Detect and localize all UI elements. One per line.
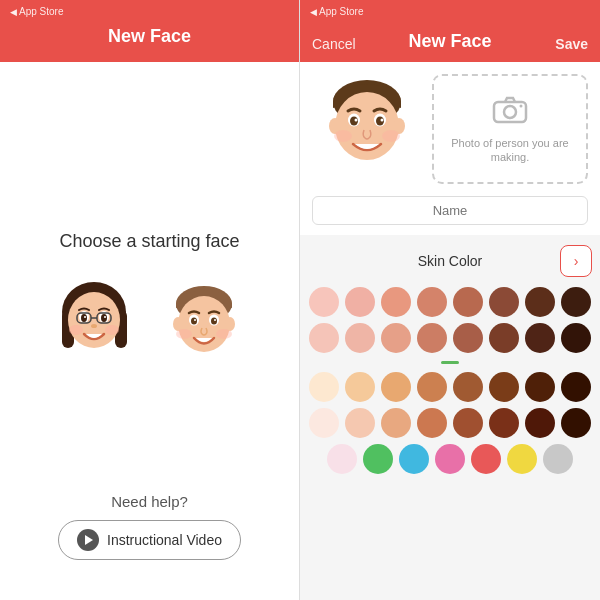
color-swatch[interactable] xyxy=(453,372,483,402)
camera-icon xyxy=(492,94,528,131)
svg-point-37 xyxy=(380,119,383,122)
cancel-button[interactable]: Cancel xyxy=(312,36,356,52)
color-swatch[interactable] xyxy=(345,372,375,402)
color-swatch[interactable] xyxy=(525,287,555,317)
color-swatch[interactable] xyxy=(525,323,555,353)
color-swatch[interactable] xyxy=(309,287,339,317)
color-row-2 xyxy=(308,323,592,353)
svg-point-19 xyxy=(225,317,235,331)
svg-point-23 xyxy=(211,317,217,324)
instructional-video-button[interactable]: Instructional Video xyxy=(58,520,241,560)
help-section: Need help? Instructional Video xyxy=(50,493,249,560)
need-help-text: Need help? xyxy=(111,493,188,510)
color-swatch[interactable] xyxy=(381,408,411,438)
color-swatch[interactable] xyxy=(381,372,411,402)
color-swatch[interactable] xyxy=(543,444,573,474)
color-swatch[interactable] xyxy=(525,372,555,402)
left-app-store-bar: App Store xyxy=(0,6,299,17)
color-row-special xyxy=(308,444,592,474)
svg-point-26 xyxy=(176,329,192,339)
video-button-label: Instructional Video xyxy=(107,532,222,548)
face-editor-area: Photo of person you are making. xyxy=(300,62,600,196)
color-swatch[interactable] xyxy=(561,323,591,353)
color-swatch[interactable] xyxy=(399,444,429,474)
left-header: App Store New Face xyxy=(0,0,299,62)
chevron-right-icon: › xyxy=(574,253,579,269)
color-swatch[interactable] xyxy=(489,372,519,402)
save-button[interactable]: Save xyxy=(555,36,588,52)
svg-point-18 xyxy=(173,317,183,331)
color-swatch[interactable] xyxy=(561,287,591,317)
right-app-store-bar: App Store xyxy=(300,6,600,17)
svg-point-12 xyxy=(105,325,119,335)
color-swatch[interactable] xyxy=(363,444,393,474)
color-swatch[interactable] xyxy=(507,444,537,474)
color-swatch[interactable] xyxy=(309,408,339,438)
color-swatch[interactable] xyxy=(453,408,483,438)
color-swatch[interactable] xyxy=(417,323,447,353)
color-swatch[interactable] xyxy=(453,287,483,317)
right-title: New Face xyxy=(408,31,491,52)
color-row-4 xyxy=(308,408,592,438)
color-swatch[interactable] xyxy=(489,287,519,317)
color-swatch[interactable] xyxy=(309,372,339,402)
svg-point-41 xyxy=(504,106,516,118)
color-swatch[interactable] xyxy=(417,408,447,438)
color-swatch[interactable] xyxy=(381,287,411,317)
name-input[interactable] xyxy=(312,196,588,225)
color-row-1 xyxy=(308,287,592,317)
choose-text: Choose a starting face xyxy=(59,231,239,252)
color-swatch[interactable] xyxy=(453,323,483,353)
color-swatch[interactable] xyxy=(561,372,591,402)
svg-point-22 xyxy=(191,317,197,324)
color-swatch[interactable] xyxy=(489,323,519,353)
svg-point-24 xyxy=(194,319,196,321)
skin-color-grid xyxy=(308,287,592,474)
svg-point-38 xyxy=(334,130,352,142)
svg-point-11 xyxy=(69,325,83,335)
left-title: New Face xyxy=(108,26,191,47)
svg-point-42 xyxy=(520,104,523,107)
row-dot xyxy=(441,361,459,364)
photo-placeholder-text: Photo of person you are making. xyxy=(444,136,576,165)
right-header: App Store Cancel New Face Save xyxy=(300,0,600,62)
color-swatch[interactable] xyxy=(345,408,375,438)
girl-face-option[interactable] xyxy=(50,282,140,372)
color-row-3 xyxy=(308,372,592,402)
photo-placeholder[interactable]: Photo of person you are making. xyxy=(432,74,588,184)
svg-point-6 xyxy=(81,314,87,322)
right-panel: App Store Cancel New Face Save xyxy=(300,0,600,600)
face-options xyxy=(50,282,250,372)
svg-point-39 xyxy=(382,130,400,142)
skin-color-header: Skin Color › xyxy=(308,245,592,277)
color-swatch[interactable] xyxy=(345,323,375,353)
color-swatch[interactable] xyxy=(381,323,411,353)
color-swatch[interactable] xyxy=(309,323,339,353)
svg-point-27 xyxy=(216,329,232,339)
color-swatch[interactable] xyxy=(417,287,447,317)
row-indicator xyxy=(308,361,592,364)
svg-point-7 xyxy=(101,314,107,322)
color-swatch[interactable] xyxy=(525,408,555,438)
skin-color-title: Skin Color xyxy=(340,253,560,269)
color-swatch[interactable] xyxy=(561,408,591,438)
svg-point-9 xyxy=(104,316,106,318)
left-panel: App Store New Face Choose a starting fac… xyxy=(0,0,300,600)
left-content: Choose a starting face xyxy=(0,62,299,600)
svg-point-25 xyxy=(214,319,216,321)
color-swatch[interactable] xyxy=(489,408,519,438)
play-icon xyxy=(77,529,99,551)
color-swatch[interactable] xyxy=(435,444,465,474)
color-swatch[interactable] xyxy=(345,287,375,317)
right-app-store-label: App Store xyxy=(310,6,363,17)
svg-point-10 xyxy=(91,324,97,328)
svg-point-8 xyxy=(84,316,86,318)
left-app-store-label: App Store xyxy=(10,6,63,17)
color-swatch[interactable] xyxy=(471,444,501,474)
color-swatch[interactable] xyxy=(417,372,447,402)
current-face-display xyxy=(312,74,422,184)
next-category-button[interactable]: › xyxy=(560,245,592,277)
boy-face-option[interactable] xyxy=(160,282,250,372)
name-input-area xyxy=(300,196,600,235)
color-swatch[interactable] xyxy=(327,444,357,474)
